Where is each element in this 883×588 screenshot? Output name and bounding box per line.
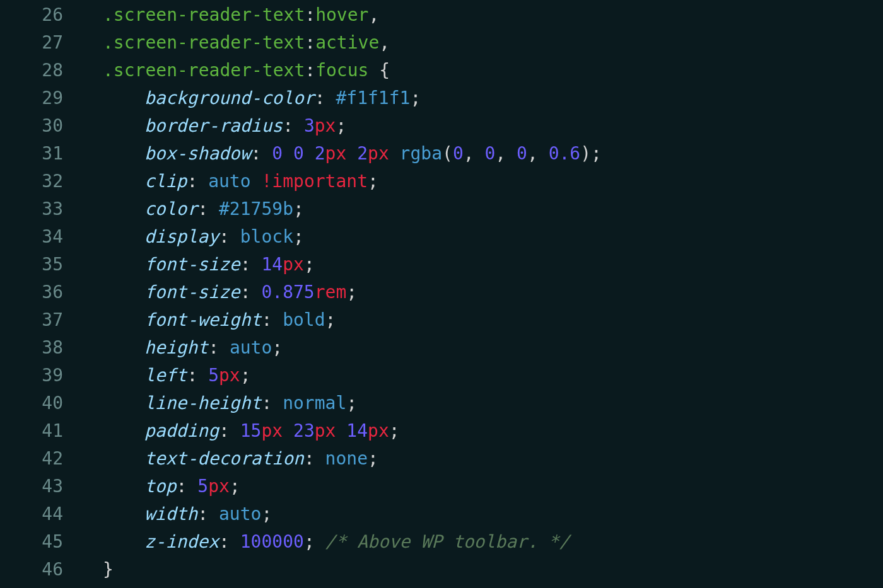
code-line[interactable]: width: auto; [82, 500, 883, 528]
code-line[interactable]: padding: 15px 23px 14px; [82, 417, 883, 445]
token-value-unit: px [315, 420, 336, 441]
token-property: background-color [144, 88, 315, 108]
line-number: 40 [0, 389, 63, 417]
token-plain [283, 420, 293, 441]
line-number: 43 [0, 473, 63, 500]
token-semicolon: ; [261, 504, 272, 524]
token-semicolon: ; [293, 226, 304, 247]
token-value-number: 0 [484, 143, 495, 164]
line-number: 36 [0, 279, 63, 306]
token-value-number: 2 [315, 143, 325, 164]
token-property: font-size [144, 282, 240, 303]
token-value-keyword: auto [219, 504, 261, 524]
token-semicolon: ; [325, 309, 336, 330]
token-plain [506, 143, 517, 164]
line-number: 29 [0, 84, 63, 112]
token-plain [261, 143, 272, 164]
token-property: clip [144, 171, 187, 192]
token-pseudo: focus [315, 60, 368, 81]
code-line[interactable]: font-weight: bold; [82, 306, 883, 334]
code-line[interactable]: left: 5px; [82, 362, 883, 389]
code-line[interactable]: clip: auto !important; [82, 168, 883, 195]
token-value-unit: px [208, 476, 230, 497]
token-colon: : [261, 393, 272, 413]
token-plain [230, 226, 240, 247]
code-line[interactable]: .screen-reader-text:focus { [82, 57, 883, 84]
token-paren: ) [580, 143, 591, 164]
token-colon: : [187, 171, 197, 192]
token-value-number: 14 [346, 420, 368, 441]
token-colon: : [305, 4, 315, 25]
token-property: text-decoration [144, 448, 304, 469]
token-brace: } [103, 559, 114, 580]
token-colon: : [304, 448, 315, 469]
code-line[interactable]: top: 5px; [82, 473, 883, 500]
token-value-number: 3 [304, 115, 315, 136]
code-line[interactable]: z-index: 100000; /* Above WP toolbar. */ [82, 528, 883, 556]
line-number: 44 [0, 500, 63, 528]
token-colon: : [283, 115, 293, 136]
line-number: 33 [0, 195, 63, 223]
code-line[interactable]: border-radius: 3px; [82, 112, 883, 140]
line-number: 38 [0, 334, 63, 362]
line-number: 30 [0, 112, 63, 140]
token-property: display [144, 226, 219, 247]
code-content[interactable]: .screen-reader-text:hover,.screen-reader… [82, 1, 883, 588]
token-plain [230, 531, 240, 552]
code-line[interactable]: font-size: 14px; [82, 251, 883, 279]
code-line[interactable]: } [82, 556, 883, 584]
code-line[interactable]: .screen-reader-text:hover, [82, 1, 883, 29]
code-line[interactable]: .screen-reader-text:active, [82, 29, 883, 57]
token-value-unit: rem [315, 282, 347, 303]
token-colon: : [305, 60, 315, 81]
token-selector: .screen-reader-text [103, 32, 305, 53]
token-plain [272, 309, 283, 330]
code-line[interactable]: font-size: 0.875rem; [82, 279, 883, 306]
token-colon: : [197, 199, 208, 219]
code-line[interactable]: line-height: normal; [82, 389, 883, 417]
code-editor[interactable]: 2627282930313233343536373839404142434445… [0, 0, 883, 588]
token-value-number: 0 [293, 143, 304, 164]
token-property: box-shadow [144, 143, 251, 164]
token-plain [336, 420, 346, 441]
token-value-keyword: normal [283, 393, 346, 413]
token-semicolon: ; [346, 393, 357, 413]
code-line[interactable]: color: #21759b; [82, 195, 883, 223]
token-property: border-radius [144, 115, 283, 136]
token-plain [251, 254, 262, 275]
token-property: padding [144, 420, 219, 441]
token-value-keyword: auto [230, 337, 272, 358]
token-property: left [144, 365, 187, 386]
token-semicolon: ; [293, 199, 304, 219]
line-number: 45 [0, 528, 63, 556]
code-line[interactable]: height: auto; [82, 334, 883, 362]
token-value-number: 0 [272, 143, 283, 164]
token-semicolon: ; [230, 476, 240, 497]
token-pseudo: hover [315, 4, 368, 25]
token-colon: : [208, 337, 219, 358]
token-value-number: 0 [517, 143, 527, 164]
token-colon: : [251, 143, 262, 164]
code-line[interactable]: background-color: #f1f1f1; [82, 84, 883, 112]
token-semicolon: ; [272, 337, 283, 358]
token-colon: : [219, 420, 230, 441]
code-line[interactable]: text-decoration: none; [82, 445, 883, 473]
line-number: 39 [0, 362, 63, 389]
token-semicolon: ; [304, 254, 315, 275]
token-semicolon: ; [368, 171, 378, 192]
line-number: 46 [0, 556, 63, 584]
code-line[interactable]: box-shadow: 0 0 2px 2px rgba(0, 0, 0, 0.… [82, 140, 883, 168]
token-plain [293, 115, 304, 136]
token-property: color [144, 199, 197, 219]
code-line[interactable]: display: block; [82, 223, 883, 251]
token-value-number: 0.875 [261, 282, 314, 303]
token-value-keyword: auto [208, 171, 250, 192]
code-line[interactable] [82, 584, 883, 588]
token-value-unit: px [219, 365, 240, 386]
token-value-keyword: none [325, 448, 368, 469]
token-semicolon: ; [336, 115, 346, 136]
token-comma: , [464, 143, 474, 164]
token-plain [251, 282, 262, 303]
token-value-unit: px [368, 143, 389, 164]
token-colon: : [240, 282, 251, 303]
